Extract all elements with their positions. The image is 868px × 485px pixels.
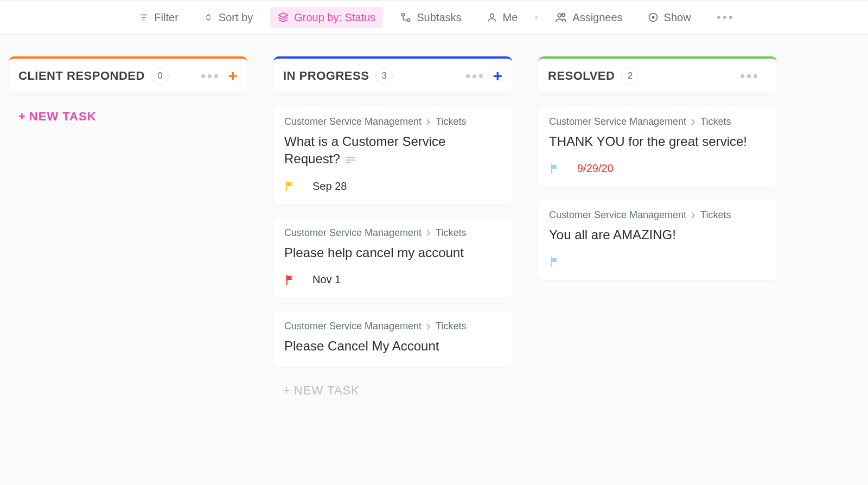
column-header: CLIENT RESPONDED0+ bbox=[9, 56, 247, 93]
column-header: RESOLVED2 bbox=[538, 56, 777, 93]
layers-icon bbox=[278, 12, 289, 23]
column-title: CLIENT RESPONDED bbox=[18, 69, 145, 83]
breadcrumb-parent: Customer Service Management bbox=[284, 116, 422, 127]
column-menu-button[interactable] bbox=[198, 71, 221, 81]
new-task-button[interactable]: + NEW TASK bbox=[273, 380, 512, 401]
breadcrumb: Customer Service ManagementTickets bbox=[284, 227, 501, 239]
column-title: RESOLVED bbox=[548, 69, 615, 83]
breadcrumb-child: Tickets bbox=[700, 116, 731, 127]
people-icon bbox=[555, 11, 567, 23]
column-menu-button[interactable] bbox=[737, 71, 761, 81]
column-header: IN PROGRESS3+ bbox=[273, 56, 512, 93]
new-task-button[interactable]: + NEW TASK bbox=[9, 106, 247, 127]
task-card[interactable]: Customer Service ManagementTicketsYou al… bbox=[538, 200, 777, 279]
add-task-button[interactable]: + bbox=[493, 68, 502, 84]
sortby-label: Sort by bbox=[219, 11, 253, 24]
card-title: Please help cancel my account bbox=[284, 244, 501, 261]
breadcrumb-parent: Customer Service Management bbox=[284, 321, 422, 332]
subtasks-button[interactable]: Subtasks bbox=[393, 7, 469, 28]
chevron-right-icon bbox=[691, 118, 696, 126]
chevron-right-icon bbox=[426, 323, 431, 330]
card-title: You all are AMAZING! bbox=[549, 226, 766, 244]
flag-icon bbox=[549, 256, 561, 268]
svg-point-10 bbox=[652, 16, 654, 18]
show-label: Show bbox=[664, 11, 691, 24]
separator-dot bbox=[535, 16, 538, 19]
task-card[interactable]: Customer Service ManagementTicketsPlease… bbox=[273, 311, 512, 367]
breadcrumb-parent: Customer Service Management bbox=[284, 227, 422, 239]
breadcrumb-child: Tickets bbox=[436, 116, 466, 127]
column-count-badge: 0 bbox=[151, 67, 169, 85]
column: RESOLVED2Customer Service ManagementTick… bbox=[538, 56, 777, 293]
column: IN PROGRESS3+Customer Service Management… bbox=[273, 56, 512, 401]
column-count-badge: 2 bbox=[621, 67, 639, 85]
person-icon bbox=[487, 12, 497, 23]
plus-icon: + bbox=[283, 384, 291, 398]
card-meta: Sep 28 bbox=[284, 180, 501, 193]
card-title: THANK YOU for the great service! bbox=[549, 133, 766, 150]
card-meta: 9/29/20 bbox=[549, 162, 766, 175]
task-card[interactable]: Customer Service ManagementTicketsPlease… bbox=[273, 218, 512, 298]
filter-label: Filter bbox=[154, 11, 178, 24]
svg-point-8 bbox=[562, 14, 565, 17]
flag-icon bbox=[284, 180, 296, 192]
chevron-right-icon bbox=[426, 229, 431, 237]
due-date: Nov 1 bbox=[312, 273, 341, 286]
add-task-button[interactable]: + bbox=[228, 68, 238, 84]
flag-icon bbox=[549, 163, 561, 175]
filter-button[interactable]: Filter bbox=[131, 7, 186, 28]
breadcrumb-parent: Customer Service Management bbox=[549, 116, 686, 127]
column-menu-button[interactable] bbox=[463, 71, 486, 81]
column-count-badge: 3 bbox=[375, 67, 393, 85]
breadcrumb: Customer Service ManagementTickets bbox=[549, 116, 766, 127]
toolbar: Filter Sort by Group by: Status Subtasks… bbox=[0, 0, 868, 35]
column: CLIENT RESPONDED0++ NEW TASK bbox=[9, 56, 247, 127]
assignees-label: Assignees bbox=[572, 11, 622, 24]
subtasks-label: Subtasks bbox=[417, 11, 461, 24]
svg-point-7 bbox=[558, 14, 561, 17]
me-label: Me bbox=[503, 11, 518, 24]
filter-icon bbox=[139, 12, 149, 22]
svg-point-4 bbox=[402, 14, 405, 16]
toolbar-overflow-button[interactable] bbox=[713, 11, 737, 23]
breadcrumb-child: Tickets bbox=[436, 227, 466, 239]
sortby-button[interactable]: Sort by bbox=[196, 7, 260, 28]
flag-icon bbox=[284, 274, 296, 286]
card-meta: Nov 1 bbox=[284, 273, 501, 286]
show-button[interactable]: Show bbox=[640, 7, 699, 28]
show-icon bbox=[648, 12, 659, 23]
chevron-right-icon bbox=[426, 118, 431, 126]
breadcrumb: Customer Service ManagementTickets bbox=[549, 209, 766, 221]
task-card[interactable]: Customer Service ManagementTicketsTHANK … bbox=[538, 106, 777, 187]
sort-icon bbox=[203, 12, 213, 22]
groupby-label: Group by: Status bbox=[294, 11, 375, 24]
breadcrumb-child: Tickets bbox=[700, 209, 731, 221]
breadcrumb-parent: Customer Service Management bbox=[549, 209, 686, 221]
board: CLIENT RESPONDED0++ NEW TASKIN PROGRESS3… bbox=[0, 35, 868, 423]
me-button[interactable]: Me bbox=[479, 7, 526, 28]
breadcrumb: Customer Service ManagementTickets bbox=[284, 321, 501, 332]
task-card[interactable]: Customer Service ManagementTicketsWhat i… bbox=[273, 106, 512, 205]
plus-icon: + bbox=[18, 110, 26, 124]
assignees-button[interactable]: Assignees bbox=[547, 7, 630, 28]
card-title: Please Cancel My Account bbox=[284, 337, 501, 355]
due-date: Sep 28 bbox=[312, 180, 347, 193]
new-task-label: NEW TASK bbox=[29, 110, 97, 124]
svg-marker-3 bbox=[279, 13, 288, 17]
card-meta bbox=[549, 256, 766, 268]
chevron-right-icon bbox=[691, 212, 696, 219]
breadcrumb-child: Tickets bbox=[436, 321, 466, 332]
subtasks-icon bbox=[400, 12, 411, 23]
column-title: IN PROGRESS bbox=[283, 69, 369, 83]
svg-point-5 bbox=[407, 19, 410, 22]
breadcrumb: Customer Service ManagementTickets bbox=[284, 116, 501, 127]
due-date: 9/29/20 bbox=[577, 162, 614, 175]
description-icon bbox=[346, 156, 355, 164]
svg-point-6 bbox=[490, 14, 494, 17]
new-task-label: NEW TASK bbox=[294, 384, 360, 398]
card-title: What is a Customer Service Request? bbox=[284, 133, 501, 168]
groupby-button[interactable]: Group by: Status bbox=[270, 7, 383, 28]
